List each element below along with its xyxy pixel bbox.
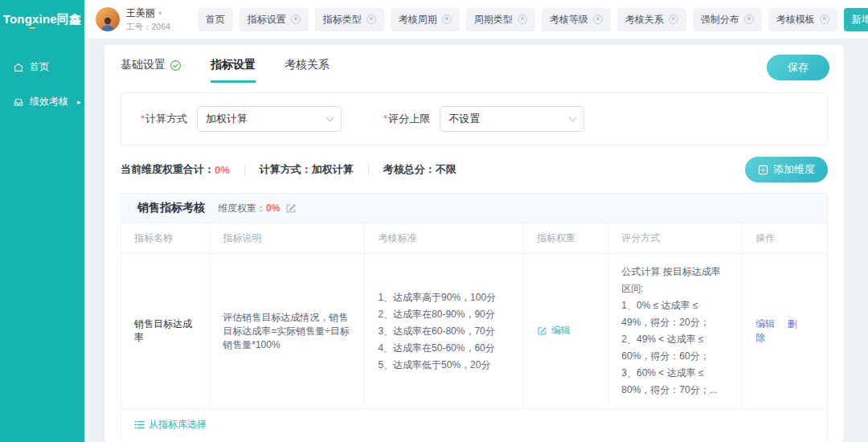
dimension-weight: 维度权重：0%: [218, 202, 280, 215]
sales-indicator-section: 销售指标考核 维度权重：0% 指标名称 指标说明 考核: [121, 193, 828, 442]
top-tab-assessment-cycle[interactable]: 考核周期✕: [391, 8, 460, 31]
user-name: 王美丽: [126, 6, 155, 20]
chevron-down-icon: [326, 113, 334, 121]
top-tab-assessment-level[interactable]: 考核等级✕: [542, 8, 611, 31]
tab-indicator-settings[interactable]: 指标设置: [211, 58, 256, 83]
user-menu[interactable]: 王美丽 ▾ 工号：2064: [84, 6, 178, 33]
indicator-desc-cell: 评估销售目标达成情况，销售目标达成率=实际销售量÷目标销售量*100%: [210, 254, 365, 409]
actions-cell: 编辑 删除: [743, 254, 827, 409]
sidebar-item-home[interactable]: 首页: [0, 50, 84, 84]
section-title: 销售指标考核: [137, 201, 205, 215]
scoring-method-cell: 公式计算 按目标达成率区间: 1、0% ≤ 达成率 ≤ 49%，得分：20分； …: [608, 254, 743, 409]
required-mark: *: [383, 113, 387, 125]
template-editor-card: 基础设置 指标设置 考核关系 保存 *计算方式 加权计算: [104, 45, 844, 442]
close-icon[interactable]: ✕: [669, 14, 678, 24]
score-limit-select[interactable]: 不设置: [440, 106, 584, 132]
brand-logo-text: Tongxine同鑫: [3, 12, 82, 27]
chevron-right-icon: ▸: [77, 98, 81, 106]
col-indicator-weight: 指标权重: [523, 223, 608, 254]
calc-settings-form: *计算方式 加权计算 *评分上限 不设置: [121, 92, 828, 145]
edit-dimension-weight-icon[interactable]: [285, 203, 297, 214]
sales-section-header: 销售指标考核 维度权重：0%: [121, 194, 827, 223]
close-icon[interactable]: ✕: [744, 14, 754, 24]
required-mark: *: [141, 113, 145, 125]
list-icon: [134, 419, 145, 430]
edit-row-link[interactable]: 编辑: [755, 318, 775, 329]
dimension-weight-total-label: 当前维度权重合计：: [121, 162, 215, 177]
edit-weight-button[interactable]: 编辑: [537, 324, 571, 338]
dimension-weight-total-value: 0%: [215, 164, 230, 176]
chevron-down-icon: ▾: [158, 10, 162, 17]
top-tab-new-template[interactable]: 新增模板✕: [844, 8, 868, 31]
brand-logo: Tongxine同鑫: [0, 0, 84, 39]
pencil-square-icon: [537, 325, 547, 336]
col-indicator-name: 指标名称: [121, 223, 210, 254]
col-actions: 操作: [743, 223, 827, 254]
avatar[interactable]: [96, 7, 120, 31]
plus-square-icon: [758, 165, 768, 175]
close-icon[interactable]: ✕: [820, 14, 829, 24]
user-employee-number: 工号：2064: [126, 22, 170, 33]
top-tab-assessment-template[interactable]: 考核模板✕: [768, 8, 837, 31]
add-dimension-button[interactable]: 添加维度: [745, 157, 828, 182]
person-silhouette-icon: [98, 14, 117, 31]
calc-method-select[interactable]: 加权计算: [197, 106, 342, 132]
save-button[interactable]: 保存: [767, 55, 829, 80]
calc-method-value: 加权计算: [206, 112, 248, 126]
chevron-down-icon: [569, 113, 577, 121]
close-icon[interactable]: ✕: [593, 14, 603, 24]
table-header-row: 指标名称 指标说明 考核标准 指标权重 评分方式 操作: [121, 223, 827, 254]
inbox-icon: [13, 96, 24, 108]
divider: [244, 164, 245, 175]
main-area: 基础设置 指标设置 考核关系 保存 *计算方式 加权计算: [84, 39, 868, 442]
top-tab-home[interactable]: 首页: [198, 8, 233, 31]
table-row: 销售目标达成率 评估销售目标达成情况，销售目标达成率=实际销售量÷目标销售量*1…: [121, 254, 827, 409]
summary-bar: 当前维度权重合计： 0% 计算方式：加权计算 考核总分：不限 添加维度: [121, 157, 828, 182]
sidebar-item-performance[interactable]: 绩效考核 ▸: [0, 84, 84, 119]
top-tab-assessment-relation[interactable]: 考核关系✕: [617, 8, 686, 31]
select-from-library-link[interactable]: 从指标库选择: [134, 418, 207, 432]
top-tab-forced-distribution[interactable]: 强制分布✕: [693, 8, 762, 31]
tab-assessment-relation[interactable]: 考核关系: [285, 58, 330, 83]
top-tab-indicator-type[interactable]: 指标类型✕: [315, 8, 384, 31]
sales-indicator-table: 指标名称 指标说明 考核标准 指标权重 评分方式 操作 销售目标达成率 评估销售…: [121, 223, 827, 409]
indicator-name-cell: 销售目标达成率: [121, 254, 210, 409]
col-assessment-standard: 考核标准: [365, 223, 524, 254]
library-row: 从指标库选择: [121, 409, 827, 442]
score-limit-value: 不设置: [448, 112, 480, 126]
score-limit-label: *评分上限: [383, 112, 430, 126]
step-tab-bar: 基础设置 指标设置 考核关系: [121, 58, 828, 83]
sidebar: 首页 绩效考核 ▸: [0, 39, 84, 442]
top-tab-indicator-setting[interactable]: 指标设置✕: [240, 8, 309, 31]
logo-smile-mark: [29, 25, 36, 29]
tab-basic-settings[interactable]: 基础设置: [121, 58, 182, 83]
top-tab-cycle-type[interactable]: 周期类型✕: [466, 8, 535, 31]
check-circle-icon: [170, 59, 182, 72]
top-tab-bar: 首页 指标设置✕ 指标类型✕ 考核周期✕ 周期类型✕ 考核等级✕ 考核关系✕ 强…: [198, 8, 868, 31]
close-icon[interactable]: ✕: [366, 14, 376, 24]
col-indicator-desc: 指标说明: [210, 223, 365, 254]
col-scoring-method: 评分方式: [608, 223, 743, 254]
close-icon[interactable]: ✕: [291, 14, 301, 24]
total-score-summary: 考核总分：不限: [383, 162, 457, 177]
topbar: Tongxine同鑫 王美丽 ▾ 工号：2064 首页 指标设置✕ 指标类型✕ …: [0, 0, 868, 39]
close-icon[interactable]: ✕: [518, 14, 527, 24]
home-icon: [13, 62, 24, 73]
calc-method-label: *计算方式: [141, 112, 187, 126]
divider: [368, 164, 369, 175]
indicator-weight-cell: 编辑: [523, 254, 608, 409]
assessment-standard-cell: 1、达成率高于90%，100分 2、达成率在80-90%，90分 3、达成率在6…: [365, 254, 524, 409]
close-icon[interactable]: ✕: [442, 14, 452, 24]
calc-method-summary: 计算方式：加权计算: [260, 162, 354, 177]
pencil-square-icon: [285, 203, 297, 214]
